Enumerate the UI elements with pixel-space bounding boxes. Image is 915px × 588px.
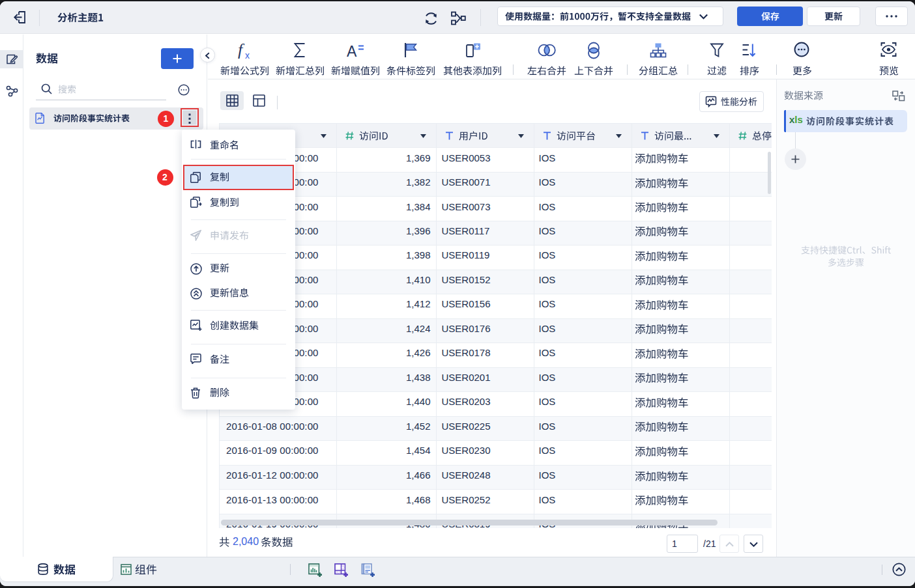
svg-text:f: f xyxy=(238,42,245,59)
svg-text:A: A xyxy=(347,43,357,58)
svg-text:x: x xyxy=(245,50,250,59)
